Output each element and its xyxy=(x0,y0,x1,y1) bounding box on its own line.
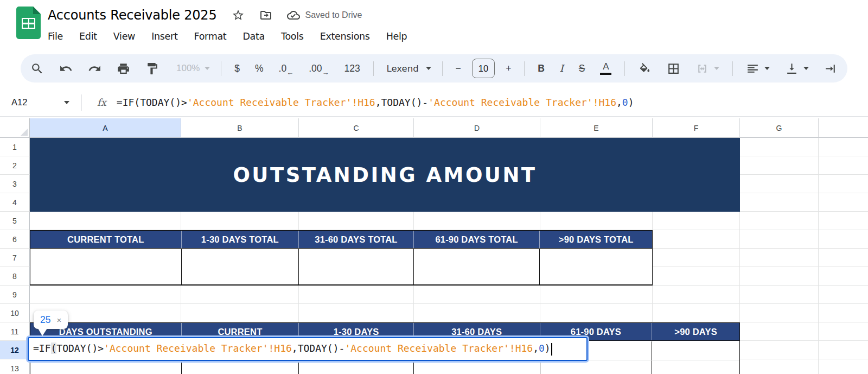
header-cell[interactable]: CURRENT TOTAL xyxy=(30,231,182,248)
cell-x2[interactable] xyxy=(819,156,868,175)
body-cell[interactable] xyxy=(652,341,739,374)
cell-B10[interactable] xyxy=(181,304,299,322)
cell-G6[interactable] xyxy=(740,230,819,249)
increase-decimal-button[interactable]: .00 → xyxy=(301,58,336,79)
borders-button[interactable] xyxy=(659,58,688,79)
horizontal-align-button[interactable] xyxy=(738,58,777,79)
italic-button[interactable]: I xyxy=(552,58,571,79)
cell-F8[interactable] xyxy=(653,267,740,286)
cell-E10[interactable] xyxy=(540,304,653,322)
cell-editor[interactable]: =IF(TODAY()>'Account Receivable Tracker'… xyxy=(28,337,588,361)
cell-F10[interactable] xyxy=(653,304,740,322)
select-all-corner[interactable] xyxy=(0,118,30,138)
column-header-G[interactable]: G xyxy=(740,118,819,138)
cell-x13[interactable] xyxy=(819,359,868,374)
cell-G3[interactable] xyxy=(740,175,819,193)
star-icon[interactable] xyxy=(232,9,245,22)
more-formats-button[interactable]: 123 xyxy=(337,58,368,79)
cell-G12[interactable] xyxy=(740,341,819,359)
format-currency-button[interactable]: $ xyxy=(227,58,247,79)
cell-x4[interactable] xyxy=(819,193,868,212)
fill-color-button[interactable] xyxy=(630,58,659,79)
row-header-3[interactable]: 3 xyxy=(0,175,30,193)
format-percent-button[interactable]: % xyxy=(247,58,271,79)
menu-extensions[interactable]: Extensions xyxy=(312,31,378,42)
column-header-E[interactable]: E xyxy=(540,118,653,138)
header-cell[interactable]: 31-60 DAYS TOTAL xyxy=(299,231,414,248)
row-header-6[interactable]: 6 xyxy=(0,230,30,249)
increase-font-size-button[interactable]: + xyxy=(498,58,519,79)
cell-G7[interactable] xyxy=(740,249,819,267)
row-header-2[interactable]: 2 xyxy=(0,156,30,175)
cell-x12[interactable] xyxy=(819,341,868,359)
header-cell[interactable]: 61-90 DAYS TOTAL xyxy=(414,231,540,248)
paint-format-button[interactable] xyxy=(138,58,167,79)
header-cell[interactable]: 1-30 DAYS TOTAL xyxy=(182,231,299,248)
cell-x10[interactable] xyxy=(819,304,868,322)
row-header-4[interactable]: 4 xyxy=(0,193,30,212)
move-folder-icon[interactable] xyxy=(259,9,272,22)
column-header-B[interactable]: B xyxy=(181,118,299,138)
body-cell[interactable] xyxy=(30,249,182,284)
cell-A5[interactable] xyxy=(30,212,181,230)
column-header-D[interactable]: D xyxy=(414,118,540,138)
cloud-saved-icon[interactable] xyxy=(287,9,300,22)
cell-B9[interactable] xyxy=(181,286,299,304)
cell-B5[interactable] xyxy=(181,212,299,230)
menu-format[interactable]: Format xyxy=(186,31,235,42)
cell-G4[interactable] xyxy=(740,193,819,212)
cell-G13[interactable] xyxy=(740,359,819,374)
menu-insert[interactable]: Insert xyxy=(143,31,186,42)
menu-help[interactable]: Help xyxy=(378,31,416,42)
cell-A9[interactable] xyxy=(30,286,181,304)
cell-D9[interactable] xyxy=(414,286,540,304)
search-button[interactable] xyxy=(23,58,52,79)
cell-x3[interactable] xyxy=(819,175,868,193)
row-header-5[interactable]: 5 xyxy=(0,212,30,230)
cell-F5[interactable] xyxy=(653,212,740,230)
cell-G1[interactable] xyxy=(740,138,819,156)
column-header-C[interactable]: C xyxy=(299,118,414,138)
cell-E5[interactable] xyxy=(540,212,653,230)
cell-C10[interactable] xyxy=(299,304,414,322)
zoom-select[interactable]: 100% xyxy=(167,58,215,79)
redo-button[interactable] xyxy=(80,58,109,79)
font-select[interactable]: Lexend xyxy=(379,58,437,79)
sheets-logo-icon[interactable] xyxy=(16,7,41,39)
row-header-8[interactable]: 8 xyxy=(0,267,30,286)
row-header-13[interactable]: 13 xyxy=(0,359,30,374)
print-button[interactable] xyxy=(109,58,138,79)
cell-x11[interactable] xyxy=(819,322,868,341)
row-header-12[interactable]: 12 xyxy=(0,341,30,359)
cell-x9[interactable] xyxy=(819,286,868,304)
body-cell[interactable] xyxy=(299,249,414,284)
text-color-button[interactable]: A xyxy=(592,58,619,79)
cell-E9[interactable] xyxy=(540,286,653,304)
row-header-10[interactable]: 10 xyxy=(0,304,30,322)
vertical-align-button[interactable] xyxy=(777,58,816,79)
decrease-font-size-button[interactable]: − xyxy=(448,58,469,79)
formula-input[interactable]: =IF(TODAY()>'Account Receivable Tracker'… xyxy=(117,97,634,108)
cell-D5[interactable] xyxy=(414,212,540,230)
name-box[interactable]: A12 xyxy=(0,97,76,107)
header-cell[interactable]: >90 DAYS xyxy=(652,323,739,340)
cell-x5[interactable] xyxy=(819,212,868,230)
text-wrap-button[interactable] xyxy=(816,58,845,79)
cell-F9[interactable] xyxy=(653,286,740,304)
menu-view[interactable]: View xyxy=(105,31,143,42)
cell-F6[interactable] xyxy=(653,230,740,249)
strikethrough-button[interactable]: S xyxy=(571,58,593,79)
menu-edit[interactable]: Edit xyxy=(71,31,105,42)
row-header-9[interactable]: 9 xyxy=(0,286,30,304)
menu-file[interactable]: File xyxy=(40,31,71,42)
column-header-F[interactable]: F xyxy=(653,118,740,138)
cell-x6[interactable] xyxy=(819,230,868,249)
document-title[interactable]: Accounts Receivable 2025 xyxy=(48,8,217,23)
cell-G10[interactable] xyxy=(740,304,819,322)
cell-F7[interactable] xyxy=(653,249,740,267)
bold-button[interactable]: B xyxy=(530,58,552,79)
decrease-decimal-button[interactable]: .0 ← xyxy=(271,58,302,79)
chip-close-icon[interactable]: × xyxy=(56,315,61,325)
column-header-partial[interactable] xyxy=(819,118,868,138)
cell-G9[interactable] xyxy=(740,286,819,304)
